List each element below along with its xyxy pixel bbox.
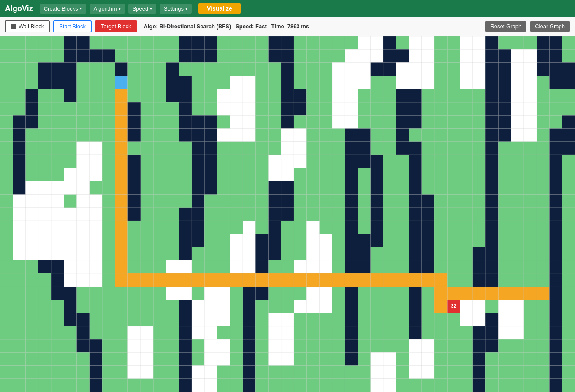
speed-btn[interactable]: Speed xyxy=(128,4,157,14)
start-block-label: Start Block xyxy=(59,23,86,30)
logo: AlgoViz xyxy=(5,4,33,13)
wall-block-btn[interactable]: Wall Block xyxy=(5,20,50,32)
clear-graph-btn[interactable]: Clear Graph xyxy=(530,21,570,32)
algo-info: Algo: Bi-Directional Search (BFS) Speed:… xyxy=(144,23,309,30)
target-block-label: Target Block xyxy=(101,23,131,30)
grid-container xyxy=(0,36,575,392)
toolbar: Wall Block Start Block Target Block Algo… xyxy=(0,17,575,36)
create-blocks-btn[interactable]: Create Blocks xyxy=(40,4,86,14)
speed-value: Fast xyxy=(255,23,267,30)
visualize-btn[interactable]: Visualize xyxy=(198,3,241,14)
algorithm-btn[interactable]: Algorithm xyxy=(90,4,125,14)
grid-canvas[interactable] xyxy=(0,36,575,392)
start-block-btn[interactable]: Start Block xyxy=(53,20,92,32)
time-value: 7863 ms xyxy=(288,23,309,30)
wall-icon xyxy=(11,24,16,29)
algo-label: Algo: xyxy=(144,23,158,30)
target-block-btn[interactable]: Target Block xyxy=(95,20,137,32)
algo-value: Bi-Directional Search (BFS) xyxy=(159,23,231,30)
wall-block-label: Wall Block xyxy=(19,23,44,30)
navbar: AlgoViz Create Blocks Algorithm Speed Se… xyxy=(0,0,575,17)
reset-graph-btn[interactable]: Reset Graph xyxy=(485,21,526,32)
time-label: Time: xyxy=(271,23,286,30)
settings-btn[interactable]: Settings xyxy=(160,4,192,14)
speed-label: Speed: xyxy=(236,23,254,30)
